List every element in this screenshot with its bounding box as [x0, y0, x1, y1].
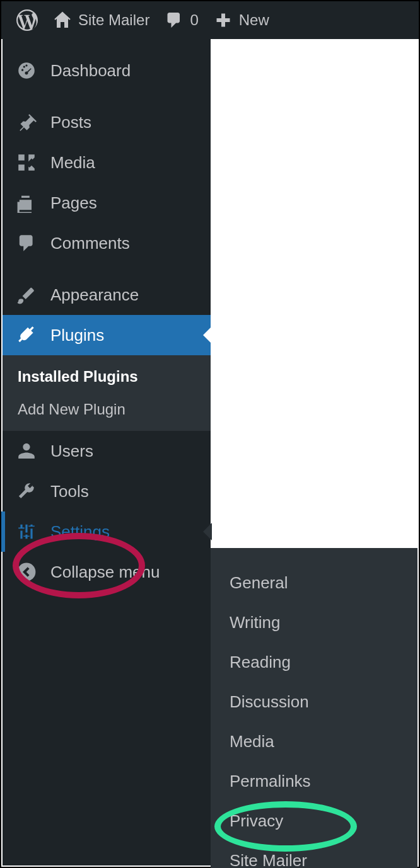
collapse-icon: [15, 561, 38, 583]
menu-label: Pages: [50, 193, 97, 213]
menu-label: Media: [50, 153, 95, 173]
site-home-link[interactable]: Site Mailer: [45, 11, 157, 30]
menu-label: Tools: [50, 482, 89, 501]
sliders-icon: [15, 520, 38, 543]
menu-label: Comments: [50, 234, 130, 253]
menu-item-pages[interactable]: Pages: [3, 183, 211, 223]
flyout-discussion[interactable]: Discussion: [211, 682, 417, 722]
brush-icon: [15, 283, 38, 306]
flyout-writing[interactable]: Writing: [211, 603, 417, 642]
menu-item-plugins[interactable]: Plugins: [3, 315, 211, 355]
menu-item-appearance[interactable]: Appearance: [3, 275, 211, 315]
new-label: New: [239, 11, 269, 29]
menu-label: Plugins: [50, 326, 104, 345]
flyout-privacy[interactable]: Privacy: [211, 801, 417, 841]
flyout-general[interactable]: General: [211, 563, 417, 603]
comments-icon: [15, 232, 38, 254]
menu-item-users[interactable]: Users: [3, 431, 211, 471]
menu-item-tools[interactable]: Tools: [3, 471, 211, 511]
menu-label: Appearance: [50, 285, 139, 305]
menu-item-posts[interactable]: Posts: [3, 102, 211, 142]
new-content-link[interactable]: New: [206, 11, 277, 30]
admin-topbar: Site Mailer 0 New: [1, 1, 419, 39]
pin-icon: [15, 111, 38, 134]
site-title: Site Mailer: [78, 11, 149, 29]
wrench-icon: [15, 480, 38, 503]
wp-logo[interactable]: [9, 9, 45, 31]
flyout-permalinks[interactable]: Permalinks: [211, 762, 417, 801]
admin-sidebar: Dashboard Posts Media Pages Comments App…: [3, 39, 211, 865]
menu-label: Posts: [50, 113, 91, 132]
menu-label: Settings: [50, 522, 110, 542]
menu-item-comments[interactable]: Comments: [3, 223, 211, 263]
user-icon: [15, 440, 38, 462]
menu-item-media[interactable]: Media: [3, 142, 211, 183]
home-icon: [53, 11, 72, 30]
plug-icon: [15, 324, 38, 346]
collapse-menu[interactable]: Collapse menu: [3, 552, 211, 592]
media-icon: [15, 151, 38, 174]
submenu-add-new-plugin[interactable]: Add New Plugin: [3, 393, 211, 426]
menu-label: Users: [50, 442, 93, 461]
settings-flyout: General Writing Reading Discussion Media…: [211, 548, 417, 868]
wordpress-icon: [16, 9, 38, 31]
menu-item-settings[interactable]: Settings: [3, 511, 211, 552]
content-area: [211, 40, 416, 548]
menu-label: Collapse menu: [50, 562, 160, 582]
plus-icon: [214, 11, 233, 30]
dashboard-icon: [15, 59, 38, 82]
comments-count: 0: [190, 11, 198, 29]
flyout-reading[interactable]: Reading: [211, 642, 417, 682]
plugins-submenu: Installed Plugins Add New Plugin: [3, 355, 211, 431]
pages-icon: [15, 191, 38, 214]
comment-icon: [165, 11, 184, 30]
submenu-installed-plugins[interactable]: Installed Plugins: [3, 360, 211, 393]
menu-item-dashboard[interactable]: Dashboard: [3, 50, 211, 91]
flyout-site-mailer[interactable]: Site Mailer: [211, 841, 417, 868]
flyout-media[interactable]: Media: [211, 722, 417, 762]
menu-label: Dashboard: [50, 61, 131, 81]
comments-link[interactable]: 0: [157, 11, 206, 30]
svg-point-0: [18, 563, 36, 581]
